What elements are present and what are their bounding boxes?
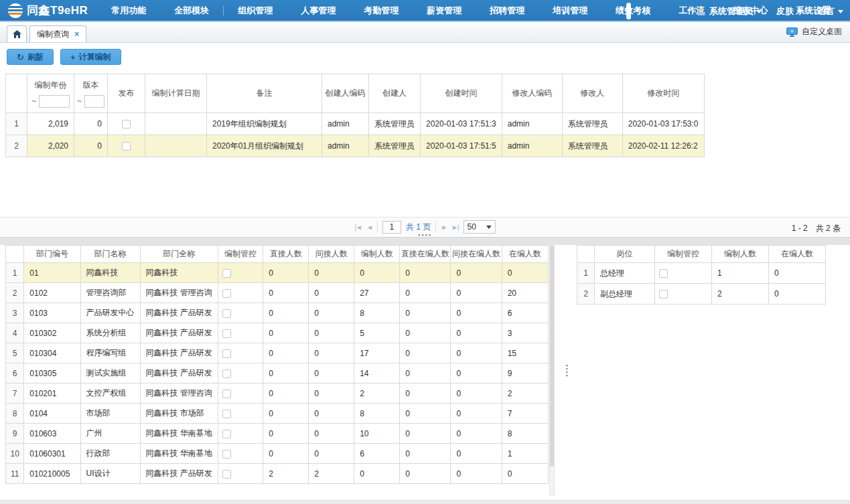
refresh-button[interactable]: ↻ 刷新 [7,49,54,65]
first-page-icon[interactable]: |◄ [354,224,362,231]
table-row[interactable]: 101同鑫科技同鑫科技000000 [6,263,549,283]
custom-desktop-button[interactable]: 自定义桌面 [786,26,842,37]
page-size-select[interactable]: 50 [464,220,496,234]
col-header-modifier[interactable]: 修改人 [562,74,622,113]
row-checkbox[interactable] [659,290,668,299]
nav-scroll-indicator[interactable] [626,3,631,19]
col-header-creator-code[interactable]: 创建人编码 [322,74,369,113]
calc-plan-button[interactable]: + 计算编制 [60,49,121,65]
col-header-dept-code[interactable]: 部门编号 [24,246,80,263]
col-header-plan-control[interactable]: 编制管控 [655,246,712,263]
col-header-modifier-code[interactable]: 修改人编码 [502,74,562,113]
col-header-plan-control[interactable]: 编制管控 [218,246,263,263]
row-checkbox[interactable] [122,142,131,151]
col-header-plan-count[interactable]: 编制人数 [354,246,400,263]
row-number: 2 [577,284,595,305]
menu-item-common[interactable]: 常用功能 [97,0,160,21]
col-header-published[interactable]: 发布 [108,74,145,113]
prev-page-icon[interactable]: ◄ [366,224,372,231]
table-row[interactable]: 12,01902019年组织编制规划admin系统管理员2020-01-03 1… [6,113,705,135]
year-filter-input[interactable] [39,95,70,108]
user-menu[interactable]: 系统管理员 [697,5,762,17]
table-row[interactable]: 30103产品研发中心同鑫科技 产品研发008006 [6,303,549,323]
horizontal-splitter-handle[interactable]: ▪▪▪▪ [418,233,432,237]
col-header-onboard-count[interactable]: 在编人数 [502,246,548,263]
cell: 0 [400,424,451,444]
menu-item-training[interactable]: 培训管理 [539,0,601,21]
row-checkbox[interactable] [222,390,231,398]
col-header-modify-time[interactable]: 修改时间 [622,74,704,113]
col-header-indirect-count[interactable]: 间接人数 [309,246,354,263]
version-filter-input[interactable] [84,95,104,108]
skin-menu[interactable]: 皮肤 [776,5,802,17]
last-page-icon[interactable]: ►| [451,224,459,231]
table-row[interactable]: 7010201文控产权组同鑫科技 管理咨询002002 [6,384,549,404]
scrollbar-thumb[interactable] [550,246,554,467]
col-header-version[interactable]: 版本 ~ [74,74,108,113]
row-checkbox[interactable] [122,120,131,129]
col-header-onboard-count[interactable]: 在编人数 [769,246,826,263]
table-row[interactable]: 5010304程序编写组同鑫科技 产品研发00170015 [6,343,549,363]
row-checkbox[interactable] [222,410,231,418]
col-header-creator[interactable]: 创建人 [369,74,421,113]
cell: 广州 [80,424,140,444]
table-row[interactable]: 1总经理10 [577,263,826,284]
next-page-icon[interactable]: ► [441,224,447,231]
col-header-dept-fullname[interactable]: 部门全称 [140,246,218,263]
col-header-create-time[interactable]: 创建时间 [421,74,502,113]
table-row[interactable]: 20102管理咨询部同鑫科技 管理咨询00270020 [6,283,549,303]
cell: 0 [354,263,400,283]
cell: 0 [400,384,451,404]
close-icon[interactable]: × [74,29,79,39]
table-row[interactable]: 22,02002020年01月组织编制规划admin系统管理员2020-01-0… [6,135,705,157]
row-checkbox[interactable] [222,369,231,378]
col-header-dept-name[interactable]: 部门名称 [80,246,140,263]
table-row[interactable]: 4010302系统分析组同鑫科技 产品研发005003 [6,323,549,343]
language-menu[interactable]: 语言 [817,5,843,17]
department-grid: 部门编号 部门名称 部门全称 编制管控 直接人数 间接人数 编制人数 直接在编人… [5,245,549,484]
col-header-plan-count[interactable]: 编制人数 [712,246,769,263]
cell [145,113,207,135]
col-header-year[interactable]: 编制年份 ~ [27,74,74,113]
menu-item-performance[interactable]: 绩效考核 [601,0,664,21]
vertical-splitter[interactable]: ▪▪▪▪ [557,245,577,496]
table-row[interactable]: 9010603广州同鑫科技 华南基地0010008 [6,424,549,444]
checkbox-cell [108,135,145,157]
col-header-indirect-onboard[interactable]: 间接在编人数 [451,246,502,263]
menu-item-attendance[interactable]: 考勤管理 [350,0,413,21]
cell [145,135,207,157]
vertical-scrollbar[interactable] [549,245,555,496]
row-checkbox[interactable] [659,269,668,278]
table-row[interactable]: 80104市场部同鑫科技 市场部008007 [6,404,549,424]
col-header-remark[interactable]: 备注 [207,74,322,113]
menu-item-org[interactable]: 组织管理 [224,0,287,21]
table-row[interactable]: 1001060301行政部同鑫科技 华南基地006001 [6,444,549,464]
col-header-direct-onboard[interactable]: 直接在编人数 [400,246,451,263]
col-header-calc-date[interactable]: 编制计算日期 [145,74,207,113]
menu-item-salary[interactable]: 薪资管理 [413,0,476,21]
col-header-post[interactable]: 岗位 [595,246,655,263]
checkbox-cell [218,464,263,484]
row-checkbox[interactable] [222,430,231,438]
row-checkbox[interactable] [222,470,231,479]
tab-bianzhi-chaxun[interactable]: 编制查询 × [29,25,86,42]
row-checkbox[interactable] [222,329,231,338]
table-row[interactable]: 2副总经理20 [577,284,826,305]
menu-item-recruit[interactable]: 招聘管理 [476,0,539,21]
table-row[interactable]: 6010305测试实施组同鑫科技 产品研发0014009 [6,363,549,384]
menu-item-all-modules[interactable]: 全部模块 [160,0,223,21]
col-header-direct-count[interactable]: 直接人数 [263,246,309,263]
table-row[interactable]: 11010210005UI设计同鑫科技 产品研发220000 [6,464,549,484]
row-checkbox[interactable] [222,450,231,458]
menu-item-hr[interactable]: 人事管理 [287,0,350,21]
cell: 0 [263,283,309,303]
row-checkbox[interactable] [222,349,231,358]
row-checkbox[interactable] [222,269,231,278]
cell: UI设计 [80,464,140,484]
home-tab[interactable] [7,25,27,42]
row-checkbox[interactable] [222,289,231,298]
row-number: 8 [6,404,24,424]
page-number-input[interactable] [382,221,401,234]
vertical-splitter-handle[interactable]: ▪▪▪▪ [565,364,567,377]
row-checkbox[interactable] [222,309,231,318]
